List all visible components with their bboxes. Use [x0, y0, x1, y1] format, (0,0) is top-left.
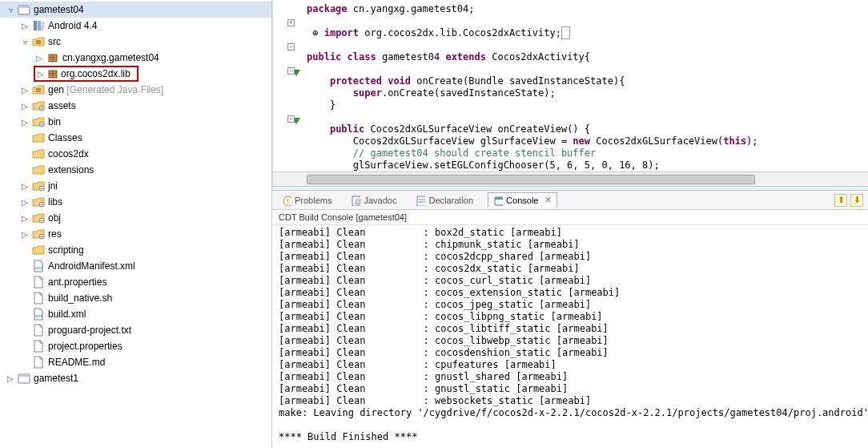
- tree-item-label: libs: [46, 196, 62, 208]
- tree-item[interactable]: ▷cn.yangxg.gametest04: [0, 50, 271, 66]
- package-explorer[interactable]: ▿gametest04▷Android 4.4▿src▷cn.yangxg.ga…: [0, 0, 272, 448]
- tree-item[interactable]: ▷AndroidManifest.xml: [0, 258, 271, 274]
- fold-toggle-icon[interactable]: [287, 43, 295, 50]
- expand-toggle-icon[interactable]: ▷: [19, 228, 30, 240]
- fold-toggle-icon[interactable]: [287, 115, 295, 123]
- tree-item[interactable]: ▷proguard-project.txt: [0, 322, 271, 338]
- tab-console[interactable]: Console ✕: [488, 192, 557, 208]
- tree-item[interactable]: ▷gen [Generated Java Files]: [0, 82, 271, 98]
- tree-item-label: cocos2dx: [46, 148, 89, 159]
- expand-toggle-icon[interactable]: ▿: [5, 4, 16, 15]
- srcfold-icon: [32, 35, 45, 48]
- tree-item[interactable]: ▷ant.properties: [0, 274, 271, 290]
- pkg-icon: [46, 51, 59, 64]
- expand-toggle-icon[interactable]: ▷: [35, 68, 46, 79]
- file-icon: [32, 276, 45, 289]
- tree-item[interactable]: ▷org.cocos2dx.lib: [0, 66, 271, 82]
- fold-toggle-icon[interactable]: [287, 19, 295, 26]
- tree-item[interactable]: ▷project.properties: [0, 338, 271, 354]
- javadoc-icon: [351, 196, 360, 205]
- declaration-icon: [416, 196, 425, 205]
- tree-item-label: gametest1: [32, 373, 78, 384]
- tree-item-label: AndroidManifest.xml: [46, 260, 135, 272]
- tree-item-label: build_native.sh: [46, 293, 112, 304]
- expand-toggle-icon[interactable]: ▷: [34, 52, 45, 63]
- tree-item[interactable]: ▷scripting: [0, 242, 271, 258]
- tree-item[interactable]: ▷obj: [0, 210, 271, 226]
- tab-problems[interactable]: Problems: [277, 194, 336, 207]
- tree-item-label: org.cocos2dx.lib: [59, 68, 131, 79]
- close-tab-icon[interactable]: ✕: [545, 195, 552, 205]
- proj-icon: [18, 3, 30, 16]
- proj-icon: [18, 372, 30, 385]
- tree-item-project[interactable]: ▿gametest04: [0, 2, 271, 18]
- tree-item-label: src: [46, 36, 61, 47]
- console-icon: [493, 196, 503, 205]
- tree-item-label: README.md: [46, 357, 105, 368]
- tab-declaration[interactable]: Declaration: [411, 194, 478, 207]
- expand-toggle-icon[interactable]: ▷: [19, 100, 30, 111]
- tree-item-label: gen [Generated Java Files]: [46, 84, 163, 95]
- console-title: CDT Build Console [gametest04]: [272, 210, 868, 225]
- tree-item[interactable]: ▷assets: [0, 98, 271, 114]
- tree-item-label: build.xml: [46, 309, 86, 320]
- expand-toggle-icon[interactable]: ▿: [19, 36, 30, 47]
- tree-item-label: res: [46, 228, 62, 240]
- tab-label: Javadoc: [364, 196, 396, 205]
- tree-item-label: extensions: [46, 164, 94, 176]
- bottom-tabs: Problems Javadoc Declaration Console ✕ ⬆…: [272, 191, 868, 210]
- tree-item[interactable]: ▷README.md: [0, 354, 271, 370]
- tab-javadoc[interactable]: Javadoc: [346, 194, 401, 207]
- fold-icon: [32, 244, 45, 256]
- tree-item[interactable]: ▷cocos2dx: [0, 146, 271, 162]
- expand-toggle-icon[interactable]: ▷: [19, 180, 30, 192]
- tree-item-label: project.properties: [46, 341, 123, 352]
- tree-item-label: assets: [46, 100, 76, 111]
- file-icon: [32, 340, 45, 353]
- expand-toggle-icon[interactable]: ▷: [19, 212, 30, 224]
- tree-item[interactable]: ▷build.xml: [0, 306, 271, 322]
- file-icon: [32, 356, 45, 369]
- tab-label: Problems: [295, 196, 332, 205]
- expand-toggle-icon[interactable]: ▷: [19, 196, 30, 208]
- tree-item-label: proguard-project.txt: [46, 325, 131, 336]
- editor-content[interactable]: package cn.yangxg.gametest04; ⊕ import o…: [307, 0, 868, 172]
- foldg-icon: [32, 228, 45, 240]
- tree-item-label: cn.yangxg.gametest04: [61, 52, 159, 63]
- foldg-icon: [32, 99, 45, 112]
- tree-item-label: Android 4.4: [46, 20, 97, 31]
- fold-icon: [32, 163, 45, 176]
- scroll-down-button[interactable]: ⬇: [850, 194, 863, 207]
- expand-toggle-icon[interactable]: ▷: [5, 373, 16, 384]
- scroll-up-button[interactable]: ⬆: [834, 194, 847, 207]
- tab-label: Declaration: [428, 196, 473, 205]
- editor-gutter: [273, 0, 307, 172]
- tree-item[interactable]: ▿src: [0, 34, 271, 50]
- tree-item[interactable]: ▷build_native.sh: [0, 290, 271, 306]
- tree-item[interactable]: ▷extensions: [0, 162, 271, 178]
- console-output[interactable]: [armeabi] Clean : box2d_static [armeabi]…: [272, 225, 868, 448]
- code-editor[interactable]: package cn.yangxg.gametest04; ⊕ import o…: [272, 0, 868, 186]
- foldg-icon: [32, 115, 45, 128]
- tree-item[interactable]: ▷Android 4.4: [0, 18, 271, 34]
- expand-toggle-icon[interactable]: ▷: [19, 84, 30, 95]
- file-icon: [32, 324, 45, 337]
- tree-item-project[interactable]: ▷gametest1: [0, 370, 271, 386]
- xml-icon: [32, 308, 45, 321]
- tree-item[interactable]: ▷bin: [0, 114, 271, 130]
- tree-item-label: Classes: [46, 132, 82, 143]
- tree-item-label: bin: [46, 116, 61, 127]
- tree-item[interactable]: ▷Classes: [0, 130, 271, 146]
- problems-icon: [282, 196, 291, 205]
- expand-toggle-icon[interactable]: ▷: [19, 116, 30, 127]
- horizontal-scrollbar[interactable]: [273, 172, 868, 186]
- tree-item-label: scripting: [46, 244, 84, 256]
- file-icon: [32, 292, 45, 305]
- foldg-icon: [32, 196, 45, 208]
- expand-toggle-icon[interactable]: ▷: [19, 20, 30, 31]
- tree-item-label: gametest04: [32, 4, 84, 15]
- tree-item[interactable]: ▷res: [0, 226, 271, 242]
- tree-item[interactable]: ▷jni: [0, 178, 271, 194]
- fold-toggle-icon[interactable]: [287, 67, 295, 75]
- tree-item[interactable]: ▷libs: [0, 194, 271, 210]
